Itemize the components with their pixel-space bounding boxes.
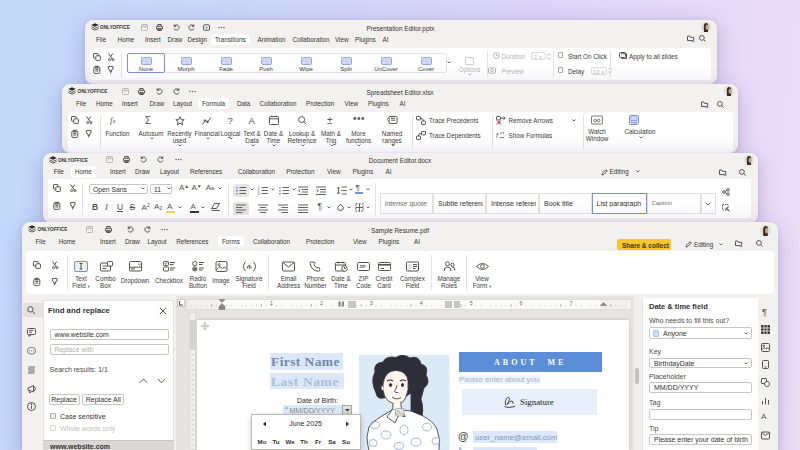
svg-text:3.: 3. (258, 191, 261, 195)
svg-text:ZIP: ZIP (359, 264, 366, 269)
svg-text:f: f (496, 132, 499, 139)
